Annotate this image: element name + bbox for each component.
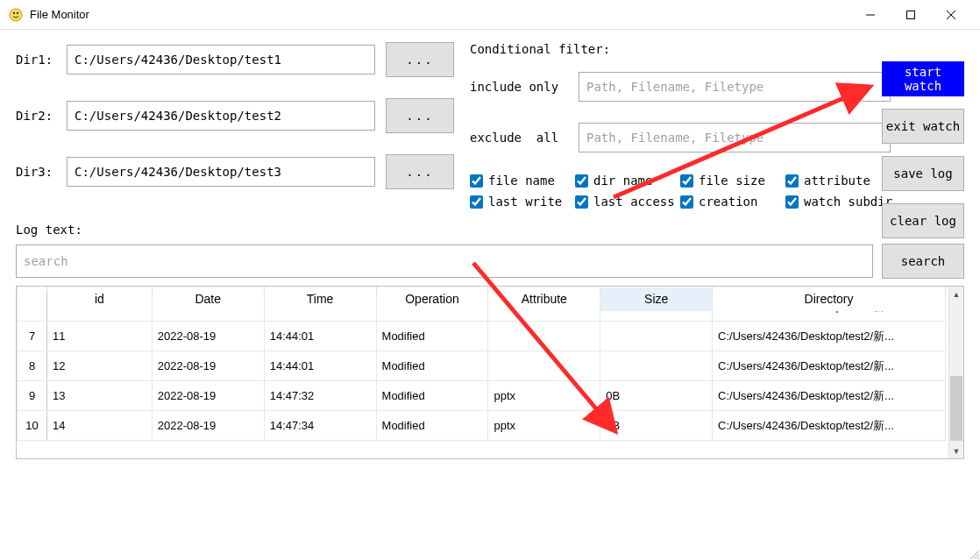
svg-point-2 xyxy=(17,11,18,13)
table-row[interactable]: 7112022-08-1914:44:01ModifiedC:/Users/42… xyxy=(18,322,946,351)
log-text-label: Log text: xyxy=(16,223,964,237)
check-creation[interactable]: creation xyxy=(680,195,785,209)
app-icon xyxy=(9,8,23,22)
cell-directory: C:/Users/42436/Desktop/test2/新... xyxy=(713,411,946,441)
exclude-input[interactable] xyxy=(579,123,891,152)
table-row[interactable]: 8122022-08-1914:44:01ModifiedC:/Users/42… xyxy=(18,351,946,381)
check-dir-name[interactable]: dir name xyxy=(575,174,680,188)
svg-line-9 xyxy=(977,557,979,559)
col-attribute[interactable]: Attribute xyxy=(488,287,600,311)
scrollbar-track[interactable] xyxy=(949,301,963,443)
cell-attribute: pptx xyxy=(488,411,600,441)
cell-date: 2022-08-19 xyxy=(152,351,264,381)
cell-rownum: 9 xyxy=(18,381,47,411)
resize-grip-icon[interactable] xyxy=(966,546,980,560)
cell-rownum: 10 xyxy=(18,411,47,441)
table-row[interactable]: 10142022-08-1914:47:34Modifiedpptx0BC:/U… xyxy=(18,411,946,441)
col-size[interactable]: Size xyxy=(600,287,713,311)
cell-rownum: 7 xyxy=(18,322,47,351)
close-button[interactable] xyxy=(931,2,971,28)
dir3-label: Dir3: xyxy=(16,165,67,179)
cell-directory: C:/Users/42436/Desktop/test2/新... xyxy=(713,322,946,351)
log-table[interactable]: id Date Time Operation Attribute Size Di… xyxy=(16,286,964,459)
filter-header: Conditional filter: xyxy=(470,42,891,56)
check-last-access[interactable]: last access xyxy=(575,195,680,209)
cell-time: 14:47:32 xyxy=(264,381,376,411)
cell-id: 13 xyxy=(46,381,152,411)
table-row[interactable]: 9132022-08-1914:47:32Modifiedpptx0BC:/Us… xyxy=(18,381,946,411)
cell-size xyxy=(600,322,713,351)
cell-time: 14:47:34 xyxy=(264,411,376,441)
cell-attribute xyxy=(488,351,600,381)
cell-size: 0B xyxy=(600,381,713,411)
col-time[interactable]: Time xyxy=(264,287,376,311)
cell-directory: C:/Users/42436/Desktop/test2/新... xyxy=(713,351,946,381)
svg-rect-4 xyxy=(907,11,915,18)
maximize-button[interactable] xyxy=(891,2,931,28)
save-log-button[interactable]: save log xyxy=(882,156,964,191)
include-label: include only xyxy=(470,80,579,94)
dir3-browse-button[interactable]: ... xyxy=(386,154,454,189)
minimize-button[interactable] xyxy=(850,2,891,28)
start-watch-button[interactable]: start watch xyxy=(882,61,964,96)
window-title: File Monitor xyxy=(30,8,850,21)
cell-id: 14 xyxy=(46,411,152,441)
cell-time: 14:44:01 xyxy=(264,322,376,351)
col-rownum[interactable] xyxy=(18,287,47,311)
scroll-up-arrow[interactable]: ▲ xyxy=(949,287,963,301)
cell-operation: Modified xyxy=(376,381,488,411)
cell-operation: Modified xyxy=(376,411,488,441)
col-id[interactable]: id xyxy=(46,287,152,311)
dir2-browse-button[interactable]: ... xyxy=(386,98,454,133)
exit-watch-button[interactable]: exit watch xyxy=(882,109,964,144)
dir2-input[interactable] xyxy=(67,101,375,131)
cell-attribute: pptx xyxy=(488,381,600,411)
cell-size xyxy=(600,351,713,381)
cell-operation: Modified xyxy=(376,322,488,351)
col-date[interactable]: Date xyxy=(152,287,264,311)
cell-date: 2022-08-19 xyxy=(152,322,264,351)
cell-id: 11 xyxy=(46,322,152,351)
include-input[interactable] xyxy=(579,72,891,102)
cell-directory: C:/Users/42436/Desktop/test2/新... xyxy=(713,381,946,411)
cell-time: 14:44:01 xyxy=(264,351,376,381)
check-file-size[interactable]: file size xyxy=(680,174,785,188)
svg-point-0 xyxy=(10,9,22,21)
cell-date: 2022-08-19 xyxy=(152,411,264,441)
col-directory[interactable]: Directory xyxy=(713,287,946,311)
svg-point-1 xyxy=(13,11,15,13)
cell-id: 12 xyxy=(46,351,152,381)
cell-operation: Modified xyxy=(376,351,488,381)
dir1-input[interactable] xyxy=(67,45,375,74)
dir1-label: Dir1: xyxy=(16,53,67,67)
dir2-label: Dir2: xyxy=(16,109,67,123)
dir1-browse-button[interactable]: ... xyxy=(386,42,454,77)
cell-rownum: 8 xyxy=(18,351,47,381)
search-button[interactable]: search xyxy=(882,244,964,279)
scrollbar-thumb[interactable] xyxy=(950,376,962,441)
cell-date: 2022-08-19 xyxy=(152,381,264,411)
search-input[interactable] xyxy=(16,245,873,278)
exclude-label: exclude all xyxy=(470,131,579,145)
cell-attribute xyxy=(488,322,600,351)
dir3-input[interactable] xyxy=(67,157,375,187)
check-file-name[interactable]: file name xyxy=(470,174,575,188)
check-last-write[interactable]: last write xyxy=(470,195,575,209)
scroll-down-arrow[interactable]: ▼ xyxy=(949,443,963,458)
cell-size: 0B xyxy=(600,411,713,441)
col-operation[interactable]: Operation xyxy=(376,287,488,311)
clear-log-button[interactable]: clear log xyxy=(882,203,964,238)
